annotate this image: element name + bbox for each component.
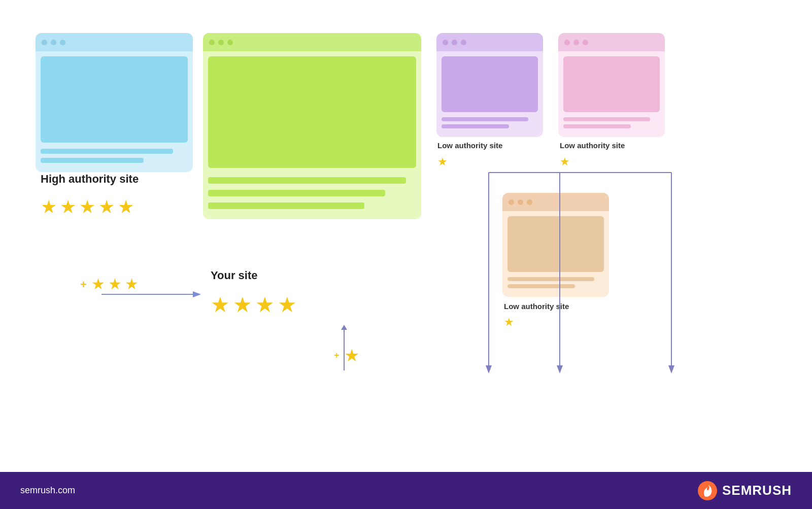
- line3: [208, 177, 406, 184]
- your-site-body: [203, 51, 421, 219]
- star4: ★: [98, 198, 115, 216]
- semrush-icon: [698, 481, 717, 500]
- bonus-star: ★: [344, 345, 359, 365]
- star2: ★: [60, 198, 76, 216]
- line7: [442, 124, 509, 128]
- low-authority-purple-card: [436, 33, 543, 137]
- footer: semrush.com SEMRUSH: [0, 472, 812, 509]
- high-authority-stars: ★ ★ ★ ★ ★: [41, 198, 134, 216]
- your-star2: ★: [233, 294, 252, 316]
- low-authority-arrows: [434, 173, 678, 381]
- dot2: [51, 40, 56, 45]
- dot1: [42, 40, 47, 45]
- svg-marker-3: [486, 365, 492, 374]
- svg-marker-5: [557, 365, 563, 374]
- your-star4: ★: [278, 294, 297, 316]
- your-site-titlebar: [203, 33, 421, 51]
- dot10: [564, 40, 570, 45]
- dot6: [227, 40, 233, 45]
- low-authority-purple-stars: ★: [437, 156, 448, 167]
- star1: ★: [41, 198, 57, 216]
- dot11: [573, 40, 579, 45]
- low-authority-purple-label: Low authority site: [437, 141, 502, 150]
- semrush-logo: SEMRUSH: [698, 481, 792, 500]
- line5: [208, 202, 364, 209]
- dot4: [209, 40, 215, 45]
- t-star1: ★: [91, 277, 105, 292]
- your-site-card: [203, 33, 421, 219]
- pink-titlebar: [558, 33, 665, 51]
- pink-image: [563, 56, 660, 112]
- low-authority-pink-card: [558, 33, 665, 137]
- svg-marker-1: [193, 291, 201, 297]
- star3: ★: [79, 198, 95, 216]
- line6: [442, 117, 528, 121]
- line2: [41, 158, 144, 163]
- high-authority-label: High authority site: [41, 173, 139, 186]
- t-star3: ★: [125, 277, 139, 292]
- semrush-brand-text: SEMRUSH: [722, 483, 792, 498]
- your-site-plus: +: [334, 350, 340, 361]
- low-authority-pink-stars: ★: [560, 156, 570, 167]
- your-site-stars: ★ ★ ★ ★: [211, 294, 297, 316]
- t-star2: ★: [108, 277, 122, 292]
- low-authority-pink-label: Low authority site: [560, 141, 625, 150]
- dot3: [60, 40, 65, 45]
- purple-titlebar: [436, 33, 543, 51]
- purple-star1: ★: [437, 156, 448, 167]
- pink-star1: ★: [560, 156, 570, 167]
- high-authority-image: [41, 56, 188, 143]
- dot12: [583, 40, 588, 45]
- line4: [208, 190, 385, 196]
- line8: [563, 117, 650, 121]
- purple-image: [442, 56, 538, 112]
- high-authority-titlebar: [36, 33, 193, 51]
- footer-url: semrush.com: [20, 485, 75, 496]
- transfer-stars: ★ ★ ★: [91, 277, 139, 292]
- svg-marker-8: [668, 365, 674, 374]
- dot9: [461, 40, 466, 45]
- svg-marker-11: [341, 325, 347, 330]
- your-site-image: [208, 56, 416, 168]
- high-to-your-plus: +: [80, 278, 87, 291]
- your-site-bonus-star: ★: [344, 345, 359, 365]
- dot8: [452, 40, 457, 45]
- dot5: [218, 40, 224, 45]
- dot7: [443, 40, 448, 45]
- line1: [41, 149, 173, 154]
- high-authority-body: [36, 51, 193, 172]
- high-authority-card: [36, 33, 193, 172]
- pink-body: [558, 51, 665, 137]
- your-star3: ★: [255, 294, 275, 316]
- star5: ★: [118, 198, 134, 216]
- purple-body: [436, 51, 543, 137]
- line9: [563, 124, 631, 128]
- main-content: High authority site ★ ★ ★ ★ ★ Your site …: [0, 0, 812, 472]
